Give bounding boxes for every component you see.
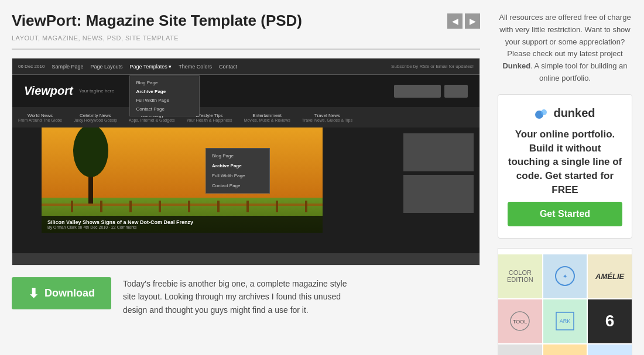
mock-nav: 06 Dec 2010 Sample Page Page Layouts Pag… bbox=[12, 58, 479, 75]
dunked-logo-area: dunked bbox=[508, 106, 622, 120]
mock-logo-right bbox=[394, 85, 468, 98]
mock-search-btn bbox=[444, 85, 468, 98]
download-section: ⬇ Download Today's freebie is another bi… bbox=[12, 277, 480, 316]
post-tags: LAYOUT, MAGAZINE, NEWS, PSD, SITE TEMPLA… bbox=[12, 35, 480, 42]
portfolio-cell-7: SOLID bbox=[498, 344, 542, 355]
svg-rect-4 bbox=[42, 204, 323, 206]
mock-ent-full: Full Width Page bbox=[206, 171, 269, 181]
nav-arrows: ◀ ▶ bbox=[447, 13, 480, 29]
dunked-card: dunked Your online portfolio. Build it w… bbox=[498, 94, 632, 239]
mock-ent-archive: Archive Page bbox=[206, 161, 269, 171]
mock-ent-contact: Contact Page bbox=[206, 181, 269, 191]
mock-thumb-1 bbox=[403, 133, 474, 171]
mock-cat-celeb: Celebrity NewsJuicy Hollywood Gossip bbox=[74, 113, 117, 122]
dunked-brand-name: dunked bbox=[553, 106, 595, 120]
portfolio-cell-2-icon: ✦ bbox=[553, 264, 577, 288]
mock-dd-contact: Contact Page bbox=[130, 105, 199, 113]
prev-arrow[interactable]: ◀ bbox=[447, 13, 463, 29]
svg-rect-5 bbox=[71, 201, 73, 212]
mock-dd-full: Full Width Page bbox=[130, 96, 199, 105]
svg-text:ARK: ARK bbox=[560, 318, 571, 324]
mock-cat-world: World NewsFrom Around The Globe bbox=[18, 113, 62, 122]
portfolio-cell-9-icon: wave bbox=[595, 351, 625, 355]
mock-ent-dropdown: Blog Page Archive Page Full Width Page C… bbox=[205, 148, 270, 194]
download-label: Download bbox=[44, 287, 95, 299]
mock-logo: Viewport bbox=[24, 84, 73, 98]
svg-rect-8 bbox=[159, 201, 161, 212]
mock-hero-title: Silicon Valley Shows Signs of a New Dot-… bbox=[47, 219, 317, 225]
portfolio-cell-9: wave bbox=[588, 344, 632, 355]
portfolio-cell-4-icon: TOOL bbox=[507, 308, 533, 335]
mock-nav-colors: Theme Colors bbox=[179, 64, 212, 70]
post-title-row: ViewPort: Magazine Site Template (PSD) ◀… bbox=[12, 12, 480, 30]
portfolio-cell-3-label: AMÉLIE bbox=[593, 270, 626, 283]
mock-ent-blog: Blog Page bbox=[206, 151, 269, 161]
svg-rect-11 bbox=[246, 201, 249, 212]
svg-rect-7 bbox=[129, 201, 132, 212]
portfolio-cell-5: ARK bbox=[543, 299, 587, 343]
svg-rect-6 bbox=[100, 201, 102, 212]
mock-date: 06 Dec 2010 bbox=[18, 64, 44, 69]
portfolio-cell-6-label: 6 bbox=[605, 312, 615, 330]
dunked-card-title: Your online portfolio. Build it without … bbox=[508, 127, 622, 197]
description-text: Today's freebie is another big one, a co… bbox=[123, 277, 480, 316]
svg-rect-13 bbox=[305, 201, 307, 212]
desc-line1: Today's freebie is another big one, a co… bbox=[123, 279, 347, 288]
desc-line2: site layout. Looking through my archives… bbox=[123, 292, 341, 301]
mock-content: Silicon Valley Shows Signs of a New Dot-… bbox=[12, 127, 479, 253]
sidebar-promo: COLOREDITION ✦ AMÉLIE TOOL bbox=[498, 248, 632, 355]
mock-hero: Silicon Valley Shows Signs of a New Dot-… bbox=[42, 127, 323, 233]
mock-logo-tagline: Your tagline here bbox=[79, 88, 114, 94]
viewport-mock: 06 Dec 2010 Sample Page Page Layouts Pag… bbox=[12, 58, 479, 265]
preview-image: 06 Dec 2010 Sample Page Page Layouts Pag… bbox=[12, 58, 480, 266]
portfolio-cell-2: ✦ bbox=[543, 254, 587, 298]
dunked-logo-icon bbox=[535, 106, 549, 120]
mock-hero-overlay: Silicon Valley Shows Signs of a New Dot-… bbox=[42, 216, 323, 233]
main-content: ViewPort: Magazine Site Template (PSD) ◀… bbox=[12, 12, 480, 355]
portfolio-cell-3: AMÉLIE bbox=[588, 254, 632, 298]
mock-hero-meta: By Orman Clark on 4th Dec 2010 · 22 Comm… bbox=[47, 225, 317, 229]
portfolio-cell-7-icon: SOLID bbox=[505, 351, 535, 355]
mock-thumbnails bbox=[403, 133, 474, 213]
svg-rect-10 bbox=[217, 201, 220, 212]
mock-dd-blog: Blog Page bbox=[130, 78, 199, 87]
mock-dropdown: Blog Page Archive Page Full Width Page C… bbox=[129, 75, 200, 116]
mock-thumb-2 bbox=[403, 175, 474, 213]
portfolio-cell-8: ARK bbox=[543, 344, 587, 355]
mock-nav-templates: Page Templates ▾ Blog Page Archive Page … bbox=[129, 64, 172, 70]
mock-cat-travel: Travel NewsTravel News, Guides & Tips bbox=[302, 113, 352, 122]
sidebar-dunked-ref: Dunked bbox=[502, 61, 530, 70]
sidebar: All resources are offered free of charge… bbox=[498, 12, 632, 355]
download-icon: ⬇ bbox=[28, 286, 39, 301]
sidebar-intro-text1: All resources are offered free of charge… bbox=[499, 13, 631, 58]
svg-text:TOOL: TOOL bbox=[513, 319, 527, 325]
mock-nav-sample: Sample Page bbox=[52, 64, 83, 70]
svg-rect-9 bbox=[188, 201, 190, 212]
sidebar-intro-text2: . A simple tool for building an online p… bbox=[530, 61, 628, 82]
portfolio-cell-1-label: COLOREDITION bbox=[505, 267, 536, 285]
portfolio-grid: COLOREDITION ✦ AMÉLIE TOOL bbox=[498, 254, 632, 355]
next-arrow[interactable]: ▶ bbox=[465, 13, 480, 29]
mock-subscribe: Subscribe by RSS or Email for updates! bbox=[391, 64, 474, 69]
mock-cat-ent: EntertainmentMovies, Music & Reviews bbox=[244, 113, 290, 122]
portfolio-cell-4: TOOL bbox=[498, 299, 542, 343]
svg-text:✦: ✦ bbox=[563, 273, 567, 280]
mock-search-bar bbox=[394, 85, 441, 98]
mock-nav-layouts: Page Layouts bbox=[90, 64, 122, 70]
sidebar-intro: All resources are offered free of charge… bbox=[498, 12, 632, 85]
title-divider bbox=[12, 49, 480, 50]
mock-logo-area: Viewport Your tagline here bbox=[12, 75, 479, 107]
mock-cat-nav: World NewsFrom Around The Globe Celebrit… bbox=[12, 107, 479, 127]
svg-point-15 bbox=[541, 109, 547, 115]
svg-rect-12 bbox=[276, 201, 278, 212]
portfolio-cell-6: 6 bbox=[588, 299, 632, 343]
portfolio-cell-1: COLOREDITION bbox=[498, 254, 542, 298]
desc-line3: design and thought you guys might find a… bbox=[123, 305, 309, 315]
get-started-button[interactable]: Get Started bbox=[508, 202, 622, 226]
portfolio-cell-5-icon: ARK bbox=[550, 306, 580, 336]
mock-nav-contact: Contact bbox=[219, 64, 237, 70]
download-button[interactable]: ⬇ Download bbox=[12, 277, 111, 309]
post-title: ViewPort: Magazine Site Template (PSD) bbox=[12, 12, 302, 30]
mock-dd-archive: Archive Page bbox=[130, 87, 199, 96]
